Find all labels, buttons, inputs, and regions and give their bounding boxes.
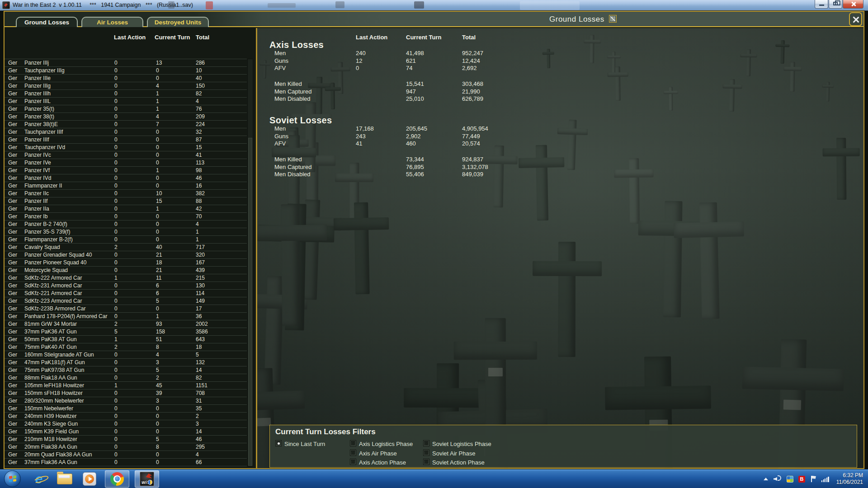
cell-total: 3 [196, 421, 199, 427]
cell-total: 3586 [196, 328, 208, 335]
cell-nat: Ger [8, 175, 17, 181]
table-row: GerTauchpanzer IIIf0032 [5, 128, 247, 136]
cell-total: 70 [196, 213, 202, 220]
internet-explorer-icon[interactable]: e [29, 470, 49, 488]
summary-turn: 205,645 [406, 125, 427, 132]
table-row: Ger47mm PaK181(f) AT Gun03132 [5, 359, 247, 366]
cell-total: 15 [196, 144, 202, 150]
taskbar-clock[interactable]: 6:32 PM 11/06/2021 [836, 472, 863, 486]
cell-last: 0 [114, 206, 118, 212]
cell-total: 167 [196, 259, 205, 266]
cell-nat: Ger [8, 328, 17, 335]
phase-checkbox[interactable] [423, 450, 429, 456]
cell-last: 0 [114, 252, 118, 258]
table-row: Ger81mm GrW 34 Mortar2932002 [5, 320, 247, 328]
table-scrollbar[interactable] [247, 59, 253, 466]
file-explorer-icon[interactable] [54, 470, 74, 488]
summary-label: Men [274, 125, 286, 132]
cell-total: 132 [196, 359, 205, 366]
volume-icon[interactable] [774, 476, 782, 482]
cell-total: 18 [196, 344, 202, 350]
action-center-flag-icon[interactable] [810, 476, 816, 482]
phase-checkbox[interactable] [350, 450, 356, 456]
cell-nat: Ger [8, 282, 17, 289]
cell-name: 81mm GrW 34 Mortar [24, 321, 77, 327]
restore-button[interactable] [829, 0, 842, 9]
cell-last: 0 [114, 75, 118, 81]
cell-total: 295 [196, 444, 205, 450]
minimize-button[interactable] [815, 0, 828, 9]
scrollbar-thumb[interactable] [248, 138, 252, 466]
desktop: War in the East 2 v 1.00.11 *** 1941 Cam… [0, 0, 868, 488]
media-player-icon[interactable] [80, 470, 99, 488]
cell-total: 14 [196, 367, 202, 373]
cell-name: Panzer Ib [24, 213, 47, 220]
close-icon[interactable] [849, 12, 862, 26]
phase-checkbox[interactable] [350, 459, 356, 465]
table-row: GerPanzer IIc010382 [5, 190, 247, 197]
cell-total: 717 [196, 244, 205, 250]
cell-last: 0 [114, 282, 118, 289]
start-button[interactable] [4, 470, 21, 487]
cell-turn: 0 [156, 183, 159, 189]
table-row: Ger210mm M18 Howitzer0546 [5, 436, 247, 443]
phase-checkbox[interactable] [423, 440, 429, 446]
table-row: GerPanzer IIIf0087 [5, 136, 247, 144]
tab-ground-losses[interactable]: Ground Losses [16, 17, 78, 27]
cell-nat: Ger [8, 121, 17, 127]
antivirus-icon[interactable]: B [798, 476, 805, 483]
cell-turn: 1 [156, 98, 159, 104]
hidden-icons-arrow[interactable] [764, 478, 768, 480]
background-window-artifact [414, 1, 424, 9]
current-turn-filters-panel: Current Turn Losses Filters Since Last T… [269, 425, 857, 468]
cell-turn: 0 [156, 160, 159, 166]
cell-total: 17 [196, 305, 202, 312]
cell-turn: 4 [156, 113, 159, 120]
since-last-turn-radio[interactable] [275, 440, 282, 446]
cell-nat: Ger [8, 359, 17, 366]
cell-name: 75mm PaK97/38 AT Gun [24, 367, 84, 373]
summary-row: Men Killed15,541303,468 [257, 80, 863, 88]
cell-last: 0 [114, 421, 118, 427]
cell-turn: 93 [156, 321, 162, 327]
network-icon[interactable] [821, 476, 830, 482]
cell-nat: Ger [8, 221, 17, 227]
cell-total: 5 [196, 352, 199, 358]
cell-name: 240mm H39 Howitzer [24, 413, 76, 419]
cell-total: 2002 [196, 321, 208, 327]
table-row: GerSdKfz-221 Armored Car06114 [5, 290, 247, 297]
summary-total: 849,039 [462, 171, 483, 178]
summary-total: 2,692 [462, 65, 477, 71]
cell-last: 1 [114, 336, 118, 343]
summary-row: AFV4146020,574 [257, 140, 863, 148]
cell-last: 0 [114, 198, 118, 204]
cell-total: 149 [196, 298, 205, 304]
summary-row: Guns2432,90277,449 [257, 133, 863, 141]
cell-last: 2 [114, 321, 118, 327]
cell-nat: Ger [8, 336, 17, 343]
close-window-button[interactable] [843, 0, 863, 9]
cell-name: Panzer IVc [24, 152, 51, 158]
cell-nat: Ger [8, 375, 17, 381]
cell-total: 35 [196, 405, 202, 412]
table-row: Ger75mm PaK97/38 AT Gun0514 [5, 366, 247, 374]
cell-nat: Ger [8, 236, 17, 243]
phase-checkbox[interactable] [423, 459, 429, 465]
cell-nat: Ger [8, 152, 17, 158]
cell-turn: 0 [156, 175, 159, 181]
summary-last: 0 [356, 65, 359, 71]
losses-detail-icon[interactable] [609, 15, 617, 23]
update-icon[interactable] [787, 476, 793, 483]
tab-air-losses[interactable]: Air Losses [81, 17, 143, 27]
cell-nat: Ger [8, 298, 17, 304]
cell-turn: 0 [156, 67, 159, 74]
radio-label: Since Last Turn [284, 441, 325, 447]
summary-label: Men Captured [274, 164, 311, 170]
wite2-game-icon[interactable]: WiT2 [135, 470, 159, 488]
cell-total: 224 [196, 121, 205, 127]
phase-checkbox[interactable] [350, 440, 356, 446]
summary-turn: 73,344 [406, 156, 424, 163]
tab-destroyed-units[interactable]: Destroyed Units [147, 17, 209, 27]
cell-name: Panzer IVf [24, 167, 50, 174]
chrome-icon[interactable] [105, 470, 129, 488]
